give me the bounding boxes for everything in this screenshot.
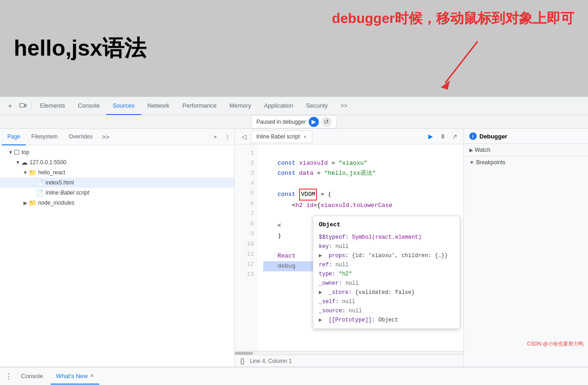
status-bar: {} Line 4, Column 1: [235, 355, 463, 367]
tree-label-top: top: [22, 149, 29, 155]
left-tab-filesystem[interactable]: Filesystem: [26, 129, 63, 145]
tab-network[interactable]: Network: [141, 97, 176, 115]
new-group-btn[interactable]: +: [210, 132, 220, 142]
more-options-btn[interactable]: ⋮: [222, 132, 232, 142]
tooltip-row-1: key: null: [319, 242, 454, 251]
line-num-3: 3: [235, 168, 254, 178]
tree-item-index5[interactable]: ▶ 📄 index5.html: [0, 178, 234, 188]
tab-security[interactable]: Security: [300, 97, 334, 115]
tree-item-hello-react[interactable]: ▼ 📁 hello_react: [0, 167, 234, 178]
debugger-label: Debugger: [479, 133, 507, 140]
device-toolbar-btn[interactable]: [17, 99, 29, 112]
tree-item-babel-script[interactable]: ▶ 📄 Inline Babel script: [0, 188, 234, 198]
tab-sources[interactable]: Sources: [106, 97, 141, 115]
svg-line-0: [445, 41, 478, 83]
status-position: Line 4, Column 1: [250, 358, 292, 364]
left-panel: Page Filesystem Overrides >> + ⋮ ▼ ☐ top…: [0, 129, 235, 367]
line-num-5: 5: [235, 189, 254, 199]
left-tab-overrides[interactable]: Overrides: [63, 129, 98, 145]
watermark: CSDN @小徐也要努力鸭: [527, 340, 583, 347]
watch-label: Watch: [475, 147, 490, 153]
breakpoints-section: ▼ Breakpoints: [464, 156, 588, 168]
cloud-icon: ☁: [21, 159, 28, 166]
editor-debug-resume[interactable]: ▶: [426, 132, 436, 142]
tree-arrow-node-modules: ▶: [22, 200, 29, 206]
tab-performance[interactable]: Performance: [176, 97, 223, 115]
tooltip-row-7: _self: null: [319, 297, 454, 306]
editor-tab-label: Inline Babel script: [256, 133, 300, 140]
file-tree: ▼ ☐ top ▼ ☁ 127.0.0.1:5500 ▼ 📁 hello_rea…: [0, 145, 234, 367]
code-line-2: const xiaoxuId = "xiaoxu": [263, 158, 458, 168]
step-over-btn[interactable]: ↺: [322, 117, 332, 127]
line-num-2: 2: [235, 158, 254, 168]
annotation-text: debugger时候，移动鼠标到对象上即可: [332, 9, 574, 28]
resume-btn[interactable]: ▶: [309, 117, 319, 127]
tooltip-row-6: ▶ _store: {validated: false}: [319, 288, 454, 297]
left-tab-more[interactable]: >>: [98, 133, 113, 141]
tab-elements[interactable]: Elements: [34, 97, 71, 115]
left-tab-actions: + ⋮: [210, 132, 232, 142]
breakpoints-arrow: ▼: [469, 160, 474, 165]
tab-more[interactable]: >>: [334, 97, 354, 115]
whats-new-close-btn[interactable]: ×: [91, 373, 94, 379]
line-num-11: 11: [235, 249, 254, 259]
tab-application[interactable]: Application: [258, 97, 300, 115]
tab-console[interactable]: Console: [71, 97, 106, 115]
editor-scrollbar[interactable]: [235, 351, 463, 355]
code-line-6: <h2 id={xiaoxuId.toLowerCase: [263, 201, 458, 211]
bottom-tab-console[interactable]: Console: [16, 368, 49, 385]
tooltip-row-4: type: "h2": [319, 270, 454, 279]
editor-tab-bar: ◁ Inline Babel script × ▶ ⏸ ↗: [235, 129, 463, 144]
editor-debug-btns: ▶ ⏸ ↗: [426, 132, 460, 142]
tooltip-row-5: _owner: null: [319, 279, 454, 288]
watch-section: ▶ Watch: [464, 144, 588, 156]
line-num-10: 10: [235, 239, 254, 249]
editor-tab-close[interactable]: ×: [303, 134, 307, 139]
info-icon: i: [469, 132, 477, 140]
paused-badge: Paused in debugger ▶ ↺: [251, 115, 336, 128]
line-num-13: 13: [235, 270, 254, 280]
tree-arrow-top: ▼: [7, 149, 14, 155]
scrollbar-thumb[interactable]: [235, 352, 253, 355]
tooltip-row-0: $$typeof: Symbol(react.element): [319, 233, 454, 242]
editor-debug-pause[interactable]: ⏸: [438, 132, 448, 142]
code-line-5: const VDOM = (: [263, 189, 458, 201]
tree-item-node-modules[interactable]: ▶ 📁 node_modules: [0, 198, 234, 208]
right-panel-header: i Debugger: [464, 129, 588, 144]
inspect-element-btn[interactable]: ⌖: [4, 99, 17, 112]
folder-icon-node-modules: 📁: [29, 199, 36, 207]
editor-debug-step[interactable]: ↗: [450, 132, 460, 142]
page-title: hello,jsx语法: [14, 34, 146, 63]
console-tab-label: Console: [21, 373, 43, 379]
watch-arrow: ▶: [469, 147, 473, 153]
left-tab-page[interactable]: Page: [2, 129, 26, 145]
line-num-4: 4: [235, 178, 254, 189]
format-icon[interactable]: {}: [240, 357, 244, 365]
breakpoints-section-header[interactable]: ▼ Breakpoints: [464, 156, 588, 168]
tree-label-babel: Inline Babel script: [46, 190, 89, 196]
tooltip-row-3: ref: null: [319, 260, 454, 270]
file-icon-index5: 📄: [36, 179, 44, 186]
svg-rect-3: [25, 104, 26, 107]
page-area: hello,jsx语法 debugger时候，移动鼠标到对象上即可: [0, 0, 588, 97]
tree-label-localhost: 127.0.0.1:5500: [29, 159, 66, 166]
folder-icon-top: ☐: [14, 149, 20, 156]
tab-memory[interactable]: Memory: [223, 97, 258, 115]
devtools-tab-bar: ⌖ Elements Console Sources Network Perfo…: [0, 97, 588, 115]
editor-tab-babel[interactable]: Inline Babel script ×: [251, 130, 312, 143]
folder-icon-hello-react: 📁: [29, 169, 36, 176]
object-tooltip: Object $$typeof: Symbol(react.element) k…: [313, 216, 460, 329]
left-tab-bar: Page Filesystem Overrides >> + ⋮: [0, 129, 234, 145]
more-options-btn[interactable]: ⋮: [4, 371, 14, 381]
right-panel: i Debugger ▶ Watch ▼ Breakpoints: [464, 129, 588, 367]
code-line-1: [263, 148, 458, 158]
debugger-paused-bar: Paused in debugger ▶ ↺: [0, 115, 588, 129]
watch-section-header[interactable]: ▶ Watch: [464, 144, 588, 156]
tree-label-node-modules: node_modules: [38, 200, 75, 206]
line-numbers: 1 2 3 4 5 6 7 8 9 10 11 12 13: [235, 144, 258, 351]
editor-nav-back[interactable]: ◁: [238, 131, 249, 142]
tree-item-localhost[interactable]: ▼ ☁ 127.0.0.1:5500: [0, 157, 234, 167]
tree-item-top[interactable]: ▼ ☐ top: [0, 147, 234, 157]
bottom-tab-whats-new[interactable]: What's New ×: [51, 368, 99, 385]
bottom-drawer: ⋮ Console What's New ×: [0, 367, 588, 385]
